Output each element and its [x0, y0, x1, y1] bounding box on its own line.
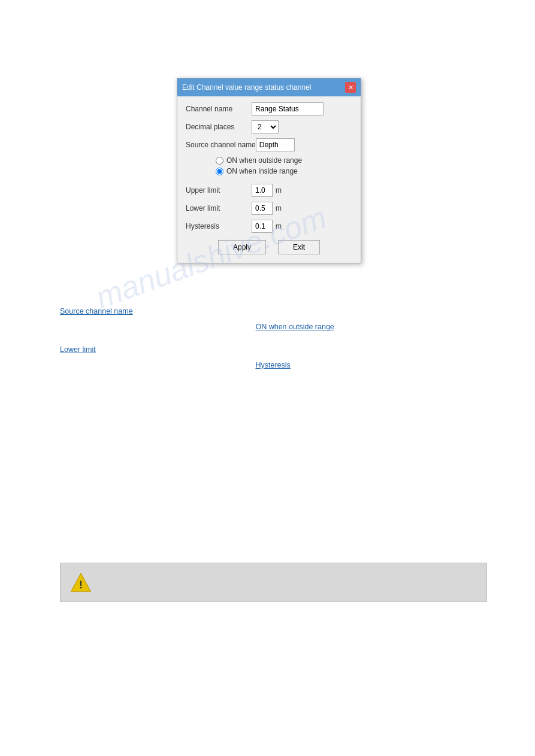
link-on-when-outside[interactable]: ON when outside range	[255, 323, 334, 331]
text-content-area: Source channel name ON when outside rang…	[60, 305, 487, 382]
source-channel-row: Source channel name	[186, 138, 352, 151]
radio-inside-label[interactable]: ON when inside range	[226, 167, 298, 175]
channel-name-label: Channel name	[186, 105, 252, 113]
radio-outside[interactable]	[216, 157, 223, 165]
radio-inside[interactable]	[216, 168, 223, 175]
decimal-places-select[interactable]: 2 0 1 3	[252, 120, 279, 133]
radio-outside-label[interactable]: ON when outside range	[226, 156, 302, 165]
lower-limit-row: Lower limit m	[186, 202, 352, 215]
source-channel-input[interactable]	[256, 138, 295, 151]
svg-text:!: !	[79, 579, 83, 591]
apply-button[interactable]: Apply	[218, 240, 266, 254]
link-source-channel[interactable]: Source channel name	[60, 307, 133, 315]
text-line-2: ON when outside range	[60, 321, 487, 333]
text-line-4: Hysteresis	[60, 359, 487, 371]
dialog-titlebar: Edit Channel value range status channel …	[177, 78, 361, 96]
lower-limit-label: Lower limit	[186, 204, 252, 212]
upper-limit-unit: m	[276, 186, 282, 195]
dialog-title: Edit Channel value range status channel	[182, 83, 345, 92]
channel-name-row: Channel name	[186, 102, 352, 116]
upper-limit-label: Upper limit	[186, 186, 252, 195]
exit-button[interactable]: Exit	[278, 240, 320, 254]
radio-group: ON when outside range ON when inside ran…	[186, 156, 352, 178]
channel-name-input[interactable]	[252, 102, 324, 116]
text-line-3: Lower limit	[60, 344, 487, 356]
edit-channel-dialog: Edit Channel value range status channel …	[177, 78, 361, 263]
decimal-places-row: Decimal places 2 0 1 3	[186, 120, 352, 133]
upper-limit-row: Upper limit m	[186, 184, 352, 197]
warning-box: !	[60, 563, 487, 602]
text-line-1: Source channel name	[60, 305, 487, 317]
lower-limit-input[interactable]	[252, 202, 273, 215]
dialog-close-button[interactable]: ✕	[345, 82, 356, 93]
hysteresis-input[interactable]	[252, 220, 273, 233]
upper-limit-input[interactable]	[252, 184, 273, 197]
radio-outside-row: ON when outside range	[216, 156, 302, 165]
warning-icon: !	[70, 572, 92, 593]
hysteresis-label: Hysteresis	[186, 222, 252, 230]
source-channel-label: Source channel name	[186, 141, 256, 149]
text-block-1: Source channel name ON when outside rang…	[60, 305, 487, 333]
link-hysteresis[interactable]: Hysteresis	[255, 361, 290, 369]
dialog-body: Channel name Decimal places 2 0 1 3 Sour…	[177, 96, 361, 263]
hysteresis-row: Hysteresis m	[186, 220, 352, 233]
text-block-2: Lower limit Hysteresis	[60, 344, 487, 371]
lower-limit-unit: m	[276, 204, 282, 212]
button-row: Apply Exit	[186, 240, 352, 254]
decimal-places-label: Decimal places	[186, 123, 252, 131]
radio-inside-row: ON when inside range	[216, 167, 298, 175]
hysteresis-unit: m	[276, 222, 282, 230]
link-lower-limit[interactable]: Lower limit	[60, 345, 96, 354]
